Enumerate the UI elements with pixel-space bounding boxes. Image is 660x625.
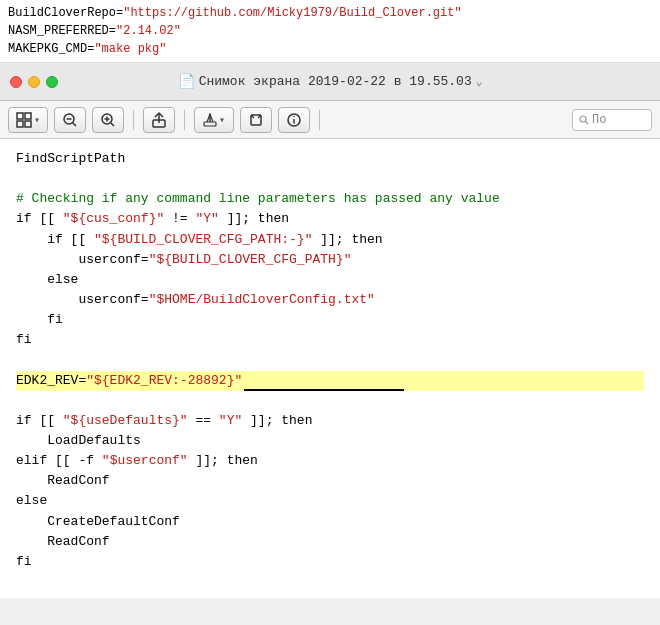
svg-line-21 <box>586 121 589 124</box>
dropdown-arrow: ▾ <box>34 114 40 126</box>
svg-line-8 <box>111 122 115 126</box>
maximize-button[interactable] <box>46 76 58 88</box>
info-icon <box>287 113 301 127</box>
code-line-readconf2: ReadConf <box>16 532 644 552</box>
share-button[interactable] <box>143 107 175 133</box>
search-icon <box>579 115 589 125</box>
zoom-in-button[interactable] <box>92 107 124 133</box>
code-line-readconf1: ReadConf <box>16 471 644 491</box>
code-line-blank-3 <box>16 391 644 411</box>
annotate-button[interactable]: ▾ <box>194 107 234 133</box>
document-icon: 📄 <box>178 73 195 90</box>
code-line-comment: # Checking if any command line parameter… <box>16 189 644 209</box>
code-line-if3: if [[ "${useDefaults}" == "Y" ]]; then <box>16 411 644 431</box>
code-line-userconf2: userconf="$HOME/BuildCloverConfig.txt" <box>16 290 644 310</box>
code-line-if1: if [[ "${cus_conf}" != "Y" ]]; then <box>16 209 644 229</box>
toolbar-divider-2 <box>184 110 185 130</box>
toolbar-divider-1 <box>133 110 134 130</box>
traffic-lights <box>10 76 58 88</box>
zoom-out-icon <box>63 113 77 127</box>
search-bar[interactable]: По <box>572 109 652 131</box>
grid-view-button[interactable]: ▾ <box>8 107 48 133</box>
minimize-button[interactable] <box>28 76 40 88</box>
svg-rect-1 <box>25 113 31 119</box>
title-bar: 📄 Снимок экрана 2019-02-22 в 19.55.03 ⌄ <box>0 63 660 101</box>
svg-rect-12 <box>204 122 216 126</box>
zoom-in-icon <box>101 113 115 127</box>
top-line-1: BuildCloverRepo="https://github.com/Mick… <box>8 4 652 22</box>
code-line-else2: else <box>16 491 644 511</box>
code-area: FindScriptPath # Checking if any command… <box>0 139 660 598</box>
chevron-down-icon[interactable]: ⌄ <box>476 75 483 88</box>
code-line-blank-2 <box>16 350 644 370</box>
svg-rect-0 <box>17 113 23 119</box>
svg-rect-2 <box>17 121 23 127</box>
code-line-if2: if [[ "${BUILD_CLOVER_CFG_PATH:-}" ]]; t… <box>16 230 644 250</box>
top-code-bar: BuildCloverRepo="https://github.com/Mick… <box>0 0 660 63</box>
top-line-2: NASM_PREFERRED="2.14.02" <box>8 22 652 40</box>
pencil-icon <box>203 113 217 127</box>
top-line-3: MAKEPKG_CMD="make pkg" <box>8 40 652 58</box>
svg-point-20 <box>580 116 586 122</box>
svg-line-5 <box>73 122 77 126</box>
code-line-createdefaultconf: CreateDefaultConf <box>16 512 644 532</box>
rotate-button[interactable] <box>240 107 272 133</box>
code-line-else1: else <box>16 270 644 290</box>
toolbar: ▾ ▾ <box>0 101 660 139</box>
code-line-loaddefaults: LoadDefaults <box>16 431 644 451</box>
code-line-fi1: fi <box>16 310 644 330</box>
toolbar-divider-3 <box>319 110 320 130</box>
code-line-fi3: fi <box>16 552 644 572</box>
title-label: Снимок экрана 2019-02-22 в 19.55.03 <box>199 74 472 89</box>
code-line-blank-1 <box>16 169 644 189</box>
grid-icon <box>16 112 32 128</box>
code-line-1: FindScriptPath <box>16 149 644 169</box>
code-line-fi2: fi <box>16 330 644 350</box>
code-line-edk2rev: EDK2_REV="${EDK2_REV:-28892}" <box>16 371 644 391</box>
rotate-icon <box>249 113 263 127</box>
search-label: По <box>592 113 606 127</box>
info-button[interactable] <box>278 107 310 133</box>
code-line-userconf1: userconf="${BUILD_CLOVER_CFG_PATH}" <box>16 250 644 270</box>
zoom-out-button[interactable] <box>54 107 86 133</box>
code-line-elif: elif [[ -f "$userconf" ]]; then <box>16 451 644 471</box>
annotate-dropdown-arrow: ▾ <box>219 114 225 126</box>
close-button[interactable] <box>10 76 22 88</box>
svg-point-19 <box>293 115 295 117</box>
svg-rect-3 <box>25 121 31 127</box>
share-icon <box>152 112 166 128</box>
window-title: 📄 Снимок экрана 2019-02-22 в 19.55.03 ⌄ <box>178 73 483 90</box>
